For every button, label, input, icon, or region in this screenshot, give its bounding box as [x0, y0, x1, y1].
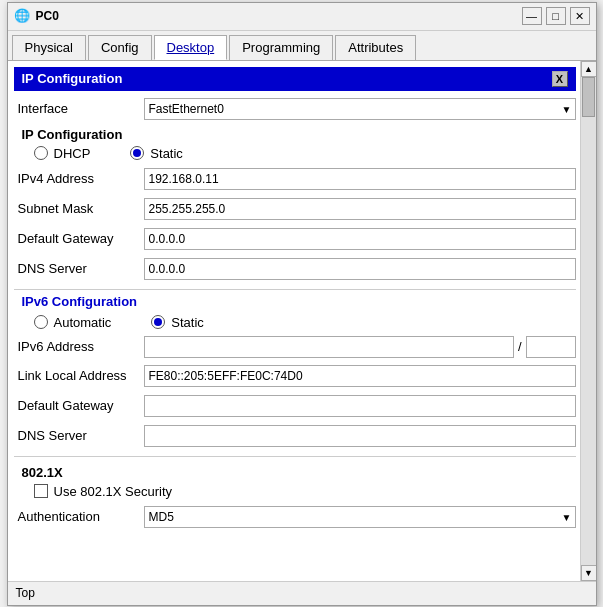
link-local-label: Link Local Address: [14, 368, 144, 383]
link-local-row: Link Local Address: [14, 364, 576, 388]
interface-label: Interface: [14, 101, 144, 116]
ipv6-gateway-input[interactable]: [144, 395, 576, 417]
ipv6-dns-row: DNS Server: [14, 424, 576, 448]
ipv4-address-row: IPv4 Address: [14, 167, 576, 191]
titlebar-controls: — □ ✕: [522, 7, 590, 25]
ipv6-radio-group: Automatic Static: [34, 315, 576, 330]
ipv6-static-label: Static: [171, 315, 204, 330]
interface-select[interactable]: FastEthernet0: [144, 98, 576, 120]
tab-desktop[interactable]: Desktop: [154, 35, 228, 60]
statusbar: Top: [8, 581, 596, 605]
tab-physical[interactable]: Physical: [12, 35, 86, 60]
ipv4-address-label: IPv4 Address: [14, 171, 144, 186]
interface-select-wrapper: FastEthernet0 ▼: [144, 98, 576, 120]
ipv6-prefix-input[interactable]: [526, 336, 576, 358]
ipv6-static-radio-inner: [154, 318, 162, 326]
dhcp-label: DHCP: [54, 146, 91, 161]
ipv6-gateway-row: Default Gateway: [14, 394, 576, 418]
scrollbar-thumb[interactable]: [582, 77, 595, 117]
subnet-mask-input[interactable]: [144, 198, 576, 220]
tab-attributes[interactable]: Attributes: [335, 35, 416, 60]
main-window: 🌐 PC0 — □ ✕ Physical Config Desktop Prog…: [7, 2, 597, 606]
ipv6-address-label: IPv6 Address: [14, 339, 144, 354]
dhcp-radio-outer: [34, 146, 48, 160]
content-area: IP Configuration X Interface FastEtherne…: [8, 61, 596, 581]
ip-config-title-bar: IP Configuration X: [14, 67, 576, 91]
window-title: PC0: [36, 9, 522, 23]
interface-row: Interface FastEthernet0 ▼: [14, 97, 576, 121]
use-dot1x-checkbox[interactable]: [34, 484, 48, 498]
authentication-label: Authentication: [14, 509, 144, 524]
dhcp-option[interactable]: DHCP: [34, 146, 91, 161]
ipv6-dns-label: DNS Server: [14, 428, 144, 443]
maximize-button[interactable]: □: [546, 7, 566, 25]
dot1x-section: 802.1X Use 802.1X Security Authenticatio…: [14, 456, 576, 529]
authentication-select[interactable]: MD5: [144, 506, 576, 528]
static-label: Static: [150, 146, 183, 161]
ipv6-address-input[interactable]: [144, 336, 514, 358]
ipv6-section-title: IPv6 Configuration: [22, 294, 576, 309]
ipv4-address-input[interactable]: [144, 168, 576, 190]
ip-config-title: IP Configuration: [22, 71, 123, 86]
ipv4-radio-group: DHCP Static: [34, 146, 576, 161]
scrollbar-track: [581, 77, 596, 565]
inner-content: IP Configuration X Interface FastEtherne…: [8, 61, 596, 541]
dot1x-section-header: 802.1X: [22, 465, 576, 480]
ipv6-section: IPv6 Configuration Automatic Static: [14, 289, 576, 448]
ipv6-automatic-option[interactable]: Automatic: [34, 315, 112, 330]
scrollbar: ▲ ▼: [580, 61, 596, 581]
subnet-mask-row: Subnet Mask: [14, 197, 576, 221]
statusbar-text: Top: [16, 586, 35, 600]
ipv4-dns-label: DNS Server: [14, 261, 144, 276]
ipv4-dns-input[interactable]: [144, 258, 576, 280]
static-radio-outer: [130, 146, 144, 160]
ipv6-static-radio-outer: [151, 315, 165, 329]
authentication-row: Authentication MD5 ▼: [14, 505, 576, 529]
tab-bar: Physical Config Desktop Programming Attr…: [8, 31, 596, 61]
subnet-mask-label: Subnet Mask: [14, 201, 144, 216]
ipv6-static-option[interactable]: Static: [151, 315, 204, 330]
scrollbar-down-button[interactable]: ▼: [581, 565, 596, 581]
ipv6-auto-radio-outer: [34, 315, 48, 329]
ipv4-dns-row: DNS Server: [14, 257, 576, 281]
link-local-input[interactable]: [144, 365, 576, 387]
ipv4-section-header: IP Configuration: [22, 127, 576, 142]
ipv6-gateway-label: Default Gateway: [14, 398, 144, 413]
ipv6-automatic-label: Automatic: [54, 315, 112, 330]
scrollbar-up-button[interactable]: ▲: [581, 61, 596, 77]
tab-config[interactable]: Config: [88, 35, 152, 60]
ipv6-dns-input[interactable]: [144, 425, 576, 447]
authentication-select-wrapper: MD5 ▼: [144, 506, 576, 528]
titlebar: 🌐 PC0 — □ ✕: [8, 3, 596, 31]
minimize-button[interactable]: —: [522, 7, 542, 25]
close-button[interactable]: ✕: [570, 7, 590, 25]
static-radio-inner: [133, 149, 141, 157]
ip-config-close-button[interactable]: X: [552, 71, 568, 87]
tab-programming[interactable]: Programming: [229, 35, 333, 60]
ipv6-sep: /: [518, 339, 522, 354]
window-icon: 🌐: [14, 8, 30, 24]
use-dot1x-row: Use 802.1X Security: [34, 484, 576, 499]
use-dot1x-label: Use 802.1X Security: [54, 484, 173, 499]
ipv4-gateway-row: Default Gateway: [14, 227, 576, 251]
static-option[interactable]: Static: [130, 146, 183, 161]
ipv4-gateway-label: Default Gateway: [14, 231, 144, 246]
ipv6-address-row: IPv6 Address /: [14, 336, 576, 358]
ipv4-gateway-input[interactable]: [144, 228, 576, 250]
